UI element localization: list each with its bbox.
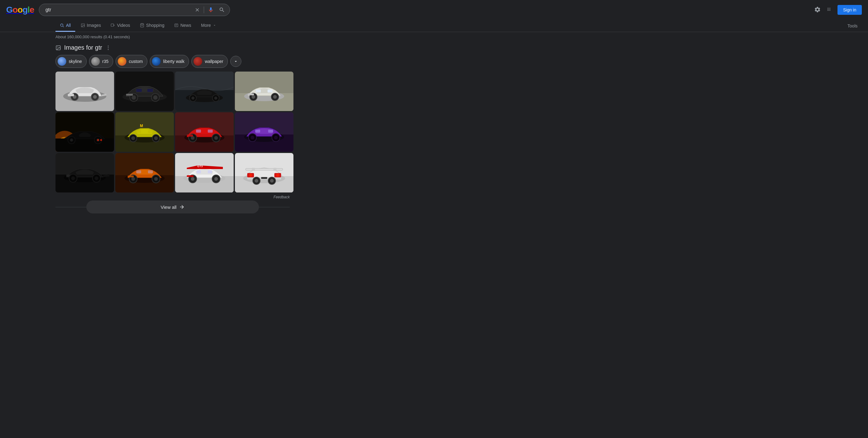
svg-point-0 (60, 24, 63, 26)
settings-button[interactable] (814, 6, 821, 14)
svg-point-57 (97, 139, 99, 141)
svg-rect-63 (148, 130, 153, 133)
car-image-r2c3 (175, 112, 234, 152)
chip-skyline-label: skyline (69, 59, 82, 64)
apps-button[interactable] (826, 6, 833, 14)
svg-point-13 (108, 47, 109, 48)
svg-point-20 (93, 95, 97, 99)
svg-point-114 (191, 177, 194, 181)
svg-point-46 (273, 95, 277, 99)
car-image-r2c4 (235, 112, 293, 152)
tab-more-label: More (201, 23, 211, 28)
image-cell-r1c1[interactable] (56, 71, 114, 111)
chip-custom[interactable]: custom (116, 55, 147, 68)
tab-videos[interactable]: Videos (106, 20, 134, 32)
svg-point-66 (131, 136, 135, 140)
chip-wallpaper-thumb (193, 57, 202, 66)
chip-wallpaper[interactable]: wallpaper (191, 55, 228, 68)
svg-point-14 (108, 49, 109, 50)
svg-point-124 (276, 174, 279, 177)
feedback-row: Feedback (56, 195, 290, 199)
image-cell-r3c2[interactable] (115, 153, 174, 193)
svg-rect-78 (187, 135, 193, 137)
svg-rect-4 (111, 24, 114, 26)
chip-skyline[interactable]: skyline (56, 55, 87, 68)
car-image-r3c4 (235, 153, 293, 193)
header-right: Sign in (814, 5, 862, 15)
svg-rect-132 (261, 177, 267, 179)
feedback-link[interactable]: Feedback (273, 195, 290, 199)
search-bar (39, 4, 230, 16)
svg-point-115 (214, 177, 218, 181)
image-cell-r1c2[interactable] (115, 71, 174, 111)
image-cell-r1c4[interactable] (235, 71, 293, 111)
svg-rect-73 (208, 129, 213, 133)
images-header: Images for gtr (56, 44, 290, 51)
image-cell-r3c3[interactable]: GT3 (175, 153, 234, 193)
tab-all-label: All (66, 23, 71, 28)
svg-point-37 (214, 96, 217, 99)
car-image-r2c2: M (115, 112, 174, 152)
chip-skyline-thumb (58, 57, 66, 66)
svg-rect-110 (208, 170, 212, 173)
svg-rect-72 (196, 129, 201, 133)
tab-videos-label: Videos (117, 23, 130, 28)
google-logo[interactable]: Google (6, 5, 34, 15)
expand-chips-button[interactable] (230, 56, 241, 67)
svg-point-45 (251, 95, 255, 99)
images-more-button[interactable] (105, 45, 111, 51)
svg-point-95 (95, 176, 98, 180)
svg-rect-109 (197, 170, 201, 173)
image-cell-r3c1[interactable] (56, 153, 114, 193)
image-cell-r2c3[interactable] (175, 112, 234, 152)
car-image-r3c2 (115, 153, 174, 193)
tab-news[interactable]: News (170, 20, 195, 32)
tab-shopping[interactable]: Shopping (135, 20, 168, 32)
nav-tabs: All Images Videos Shopping News More Too… (0, 20, 868, 32)
sign-in-button[interactable]: Sign in (837, 5, 862, 15)
images-section-title: Images for gtr (64, 44, 102, 51)
mic-button[interactable] (207, 5, 215, 14)
tab-images[interactable]: Images (76, 20, 105, 32)
svg-text:M: M (140, 124, 143, 128)
view-all-line-right (259, 207, 290, 207)
svg-point-131 (270, 179, 274, 183)
svg-point-28 (132, 95, 136, 99)
image-cell-r1c3[interactable] (175, 71, 234, 111)
car-image-r1c4 (235, 71, 293, 111)
view-all-button[interactable]: View all (86, 201, 259, 213)
search-button[interactable] (218, 5, 226, 14)
results-info: About 160,000,000 results (0.41 seconds) (0, 32, 868, 41)
svg-point-29 (153, 95, 157, 99)
tab-all[interactable]: All (56, 20, 75, 32)
search-input[interactable] (45, 7, 214, 13)
svg-point-87 (274, 136, 278, 139)
svg-rect-105 (128, 176, 134, 177)
tab-shopping-label: Shopping (146, 23, 164, 28)
car-image-r1c2 (115, 71, 174, 111)
tab-more[interactable]: More (197, 20, 221, 32)
chip-custom-thumb (118, 57, 126, 66)
svg-point-94 (71, 176, 75, 180)
svg-text:GT3: GT3 (197, 165, 203, 168)
svg-rect-41 (256, 89, 261, 92)
car-image-r3c1 (56, 153, 114, 193)
tools-button[interactable]: Tools (843, 20, 862, 31)
image-cell-r3c4[interactable] (235, 153, 293, 193)
chip-r35[interactable]: r35 (89, 55, 113, 68)
chip-liberty-label: liberty walk (163, 59, 184, 64)
svg-rect-30 (126, 94, 133, 96)
image-cell-r2c2[interactable]: M (115, 112, 174, 152)
car-image-r1c1 (56, 71, 114, 111)
chip-wallpaper-label: wallpaper (205, 59, 223, 64)
image-cell-r2c1[interactable] (56, 112, 114, 152)
clear-button[interactable] (193, 6, 201, 14)
svg-rect-21 (68, 94, 74, 96)
chip-liberty-walk[interactable]: liberty walk (150, 55, 189, 68)
image-cell-r2c4[interactable] (235, 112, 293, 152)
svg-rect-82 (255, 129, 260, 133)
svg-marker-5 (114, 24, 115, 26)
filter-chips: skyline r35 custom liberty walk wallpape… (56, 55, 290, 68)
image-grid: M (56, 71, 290, 193)
svg-rect-83 (268, 129, 273, 133)
